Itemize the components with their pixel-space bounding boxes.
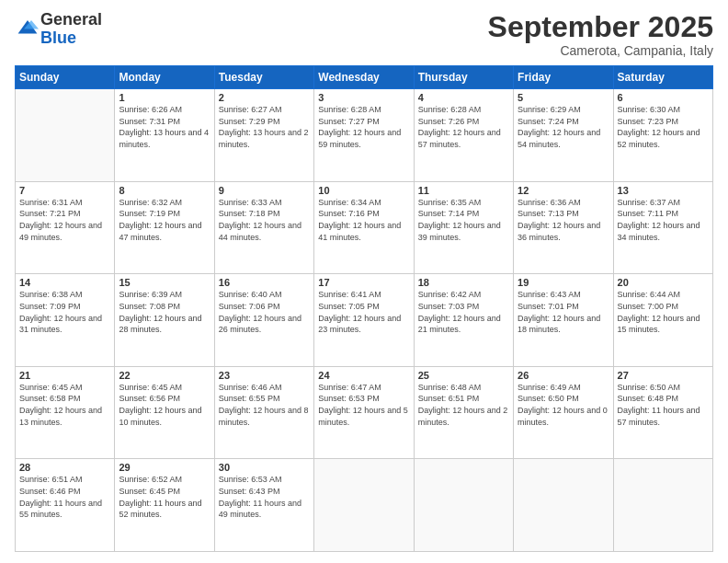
sunset-text: Sunset: 7:27 PM xyxy=(318,117,380,126)
daylight-text: Daylight: 12 hours and 5 minutes. xyxy=(318,406,408,427)
sunset-text: Sunset: 6:45 PM xyxy=(119,487,180,496)
col-sunday: Sunday xyxy=(16,66,115,89)
sunset-text: Sunset: 6:50 PM xyxy=(518,394,579,403)
sunrise-text: Sunrise: 6:28 AM xyxy=(318,105,381,114)
sunrise-text: Sunrise: 6:28 AM xyxy=(418,105,482,114)
logo-blue-text: Blue xyxy=(40,29,76,47)
day-number: 22 xyxy=(119,370,210,381)
sunrise-text: Sunrise: 6:26 AM xyxy=(119,105,182,114)
day-info: Sunrise: 6:27 AM Sunset: 7:29 PM Dayligh… xyxy=(219,104,310,150)
day-number: 11 xyxy=(418,185,509,196)
day-info: Sunrise: 6:51 AM Sunset: 6:46 PM Dayligh… xyxy=(19,474,110,520)
col-tuesday: Tuesday xyxy=(214,66,313,89)
daylight-text: Daylight: 11 hours and 57 minutes. xyxy=(618,406,700,427)
col-monday: Monday xyxy=(115,66,214,89)
day-number: 16 xyxy=(219,277,310,288)
daylight-text: Daylight: 12 hours and 28 minutes. xyxy=(119,314,201,335)
table-row: 3 Sunrise: 6:28 AM Sunset: 7:27 PM Dayli… xyxy=(314,89,414,182)
daylight-text: Daylight: 12 hours and 47 minutes. xyxy=(119,221,201,242)
calendar-week-row: 14 Sunrise: 6:38 AM Sunset: 7:09 PM Dayl… xyxy=(16,274,713,367)
col-friday: Friday xyxy=(514,66,613,89)
calendar-week-row: 1 Sunrise: 6:26 AM Sunset: 7:31 PM Dayli… xyxy=(16,89,713,182)
day-info: Sunrise: 6:39 AM Sunset: 7:08 PM Dayligh… xyxy=(119,289,210,335)
table-row: 17 Sunrise: 6:41 AM Sunset: 7:05 PM Dayl… xyxy=(314,274,414,367)
day-number: 4 xyxy=(418,92,509,103)
sunrise-text: Sunrise: 6:50 AM xyxy=(618,383,681,392)
sunrise-text: Sunrise: 6:46 AM xyxy=(219,383,282,392)
sunset-text: Sunset: 7:26 PM xyxy=(418,117,480,126)
sunrise-text: Sunrise: 6:47 AM xyxy=(318,383,381,392)
daylight-text: Daylight: 12 hours and 2 minutes. xyxy=(418,406,508,427)
sunset-text: Sunset: 7:16 PM xyxy=(318,209,380,218)
day-info: Sunrise: 6:47 AM Sunset: 6:53 PM Dayligh… xyxy=(318,382,409,428)
sunrise-text: Sunrise: 6:48 AM xyxy=(418,383,482,392)
table-row: 4 Sunrise: 6:28 AM Sunset: 7:26 PM Dayli… xyxy=(414,89,513,182)
table-row: 5 Sunrise: 6:29 AM Sunset: 7:24 PM Dayli… xyxy=(514,89,613,182)
day-number: 24 xyxy=(318,370,409,381)
table-row: 25 Sunrise: 6:48 AM Sunset: 6:51 PM Dayl… xyxy=(414,366,513,459)
table-row: 24 Sunrise: 6:47 AM Sunset: 6:53 PM Dayl… xyxy=(314,366,414,459)
col-wednesday: Wednesday xyxy=(314,66,414,89)
sunrise-text: Sunrise: 6:45 AM xyxy=(119,383,182,392)
daylight-text: Daylight: 12 hours and 52 minutes. xyxy=(618,128,700,149)
daylight-text: Daylight: 12 hours and 41 minutes. xyxy=(318,221,401,242)
sunset-text: Sunset: 7:18 PM xyxy=(219,209,280,218)
day-info: Sunrise: 6:44 AM Sunset: 7:00 PM Dayligh… xyxy=(618,289,709,335)
day-info: Sunrise: 6:41 AM Sunset: 7:05 PM Dayligh… xyxy=(318,289,409,335)
day-number: 10 xyxy=(318,185,409,196)
daylight-text: Daylight: 12 hours and 15 minutes. xyxy=(618,314,700,335)
sunrise-text: Sunrise: 6:37 AM xyxy=(618,198,681,207)
table-row: 8 Sunrise: 6:32 AM Sunset: 7:19 PM Dayli… xyxy=(115,181,214,274)
day-info: Sunrise: 6:45 AM Sunset: 6:58 PM Dayligh… xyxy=(19,382,110,428)
day-number: 27 xyxy=(618,370,709,381)
table-row: 6 Sunrise: 6:30 AM Sunset: 7:23 PM Dayli… xyxy=(613,89,712,182)
table-row: 9 Sunrise: 6:33 AM Sunset: 7:18 PM Dayli… xyxy=(214,181,313,274)
sunset-text: Sunset: 7:08 PM xyxy=(119,302,180,311)
sunset-text: Sunset: 7:24 PM xyxy=(518,117,579,126)
sunset-text: Sunset: 6:55 PM xyxy=(219,394,280,403)
table-row xyxy=(514,459,613,552)
day-number: 9 xyxy=(219,185,310,196)
day-info: Sunrise: 6:50 AM Sunset: 6:48 PM Dayligh… xyxy=(618,382,709,428)
sunrise-text: Sunrise: 6:31 AM xyxy=(19,198,83,207)
table-row: 29 Sunrise: 6:52 AM Sunset: 6:45 PM Dayl… xyxy=(115,459,214,552)
sunrise-text: Sunrise: 6:30 AM xyxy=(618,105,681,114)
sunset-text: Sunset: 7:11 PM xyxy=(618,209,679,218)
daylight-text: Daylight: 12 hours and 54 minutes. xyxy=(518,128,600,149)
day-info: Sunrise: 6:35 AM Sunset: 7:14 PM Dayligh… xyxy=(418,197,509,243)
table-row: 16 Sunrise: 6:40 AM Sunset: 7:06 PM Dayl… xyxy=(214,274,313,367)
table-row: 20 Sunrise: 6:44 AM Sunset: 7:00 PM Dayl… xyxy=(613,274,712,367)
sunrise-text: Sunrise: 6:39 AM xyxy=(119,290,182,299)
location: Camerota, Campania, Italy xyxy=(488,43,713,58)
day-info: Sunrise: 6:32 AM Sunset: 7:19 PM Dayligh… xyxy=(119,197,210,243)
sunrise-text: Sunrise: 6:52 AM xyxy=(119,475,182,484)
daylight-text: Daylight: 11 hours and 55 minutes. xyxy=(19,499,102,520)
table-row: 30 Sunrise: 6:53 AM Sunset: 6:43 PM Dayl… xyxy=(214,459,313,552)
day-number: 18 xyxy=(418,277,509,288)
day-number: 23 xyxy=(219,370,310,381)
sunrise-text: Sunrise: 6:34 AM xyxy=(318,198,381,207)
calendar-week-row: 28 Sunrise: 6:51 AM Sunset: 6:46 PM Dayl… xyxy=(16,459,713,552)
day-info: Sunrise: 6:30 AM Sunset: 7:23 PM Dayligh… xyxy=(618,104,709,150)
table-row: 1 Sunrise: 6:26 AM Sunset: 7:31 PM Dayli… xyxy=(115,89,214,182)
day-info: Sunrise: 6:49 AM Sunset: 6:50 PM Dayligh… xyxy=(518,382,609,428)
month-title: September 2025 xyxy=(488,11,713,43)
day-info: Sunrise: 6:40 AM Sunset: 7:06 PM Dayligh… xyxy=(219,289,310,335)
logo-icon xyxy=(17,18,39,37)
day-number: 7 xyxy=(19,185,110,196)
day-number: 21 xyxy=(19,370,110,381)
day-number: 3 xyxy=(318,92,409,103)
table-row: 15 Sunrise: 6:39 AM Sunset: 7:08 PM Dayl… xyxy=(115,274,214,367)
daylight-text: Daylight: 13 hours and 4 minutes. xyxy=(119,128,209,149)
table-row xyxy=(314,459,414,552)
sunrise-text: Sunrise: 6:36 AM xyxy=(518,198,581,207)
day-number: 1 xyxy=(119,92,210,103)
daylight-text: Daylight: 12 hours and 59 minutes. xyxy=(318,128,401,149)
table-row: 7 Sunrise: 6:31 AM Sunset: 7:21 PM Dayli… xyxy=(16,181,115,274)
table-row: 11 Sunrise: 6:35 AM Sunset: 7:14 PM Dayl… xyxy=(414,181,513,274)
table-row: 2 Sunrise: 6:27 AM Sunset: 7:29 PM Dayli… xyxy=(214,89,313,182)
day-info: Sunrise: 6:37 AM Sunset: 7:11 PM Dayligh… xyxy=(618,197,709,243)
day-number: 28 xyxy=(19,462,110,473)
daylight-text: Daylight: 12 hours and 10 minutes. xyxy=(119,406,201,427)
sunrise-text: Sunrise: 6:33 AM xyxy=(219,198,282,207)
